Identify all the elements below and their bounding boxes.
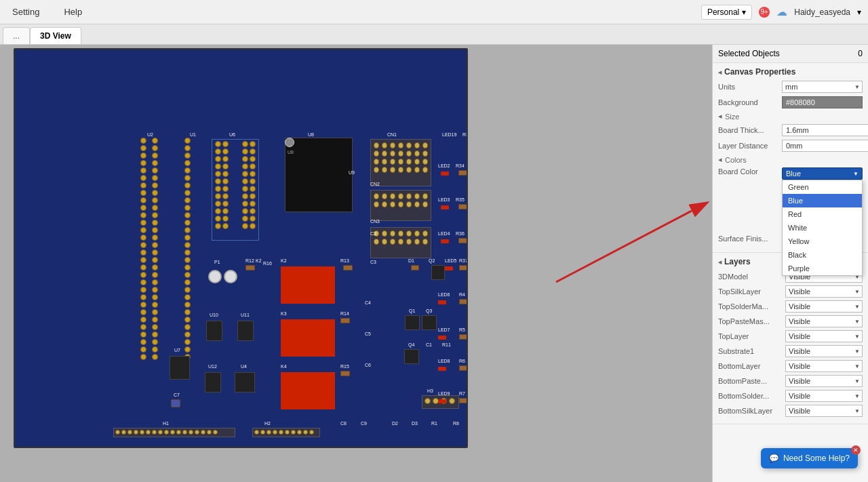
color-option-black[interactable]: Black xyxy=(783,248,862,262)
canvas-properties-title: Canvas Properties xyxy=(724,67,795,77)
colors-section-header: ◂ Colors xyxy=(718,155,863,164)
collapse-icon[interactable]: ◂ xyxy=(718,68,722,76)
board-color-chevron: ▼ xyxy=(853,171,859,177)
layer-bottompaste-row: BottomPaste... VisibleHidden xyxy=(718,375,863,387)
layers-section: ◂ Layers 3DModel VisibleHidden TopSilkLa… xyxy=(713,253,868,424)
layer-topsilk-select-wrapper[interactable]: VisibleHidden xyxy=(785,285,863,298)
topbar: Setting Help Personal ▾ 9+ ☁ Haidy_easye… xyxy=(0,0,868,24)
notification-badge[interactable]: 9+ xyxy=(759,7,770,18)
layer-toplayer-select[interactable]: VisibleHidden xyxy=(785,330,863,342)
background-label: Background xyxy=(718,98,779,106)
menu-help[interactable]: Help xyxy=(58,4,87,20)
board-color-selected[interactable]: Blue ▼ xyxy=(782,167,863,180)
pcb-board: U2 U1 U6 U8 CN1 LED19 R33 xyxy=(14,48,468,448)
help-close-button[interactable]: ✕ xyxy=(851,445,861,455)
personal-button[interactable]: Personal ▾ xyxy=(701,5,752,20)
layer-topastemask-label: TopPasteMas... xyxy=(718,317,783,325)
layer-toplayer-row: TopLayer VisibleHidden xyxy=(718,330,863,342)
layer-bottomlayer-select-wrapper[interactable]: VisibleHidden xyxy=(785,360,863,372)
layers-title: Layers xyxy=(724,257,751,266)
background-value[interactable]: #808080 xyxy=(782,96,863,108)
layer-bottomsolder-select[interactable]: VisibleHidden xyxy=(785,390,863,402)
color-option-yellow[interactable]: Yellow xyxy=(783,235,862,248)
layer-topsoldermask-label: TopSolderMa... xyxy=(718,302,783,310)
layer-bottomsilk-row: BottomSilkLayer VisibleHidden xyxy=(718,405,863,417)
selected-objects-count: 0 xyxy=(858,49,863,58)
board-thickness-row: Board Thick... xyxy=(718,124,863,136)
layer-substrate1-label: Substrate1 xyxy=(718,347,783,355)
layer-bottompaste-select-wrapper[interactable]: VisibleHidden xyxy=(785,375,863,387)
board-color-selected-text: Blue xyxy=(786,169,801,178)
color-option-green[interactable]: Green xyxy=(783,180,862,194)
canvas-area[interactable]: U2 U1 U6 U8 CN1 LED19 R33 xyxy=(0,45,712,482)
color-option-purple[interactable]: Purple xyxy=(783,262,862,275)
colors-collapse-icon[interactable]: ◂ xyxy=(718,155,722,164)
tab-editor[interactable]: ... xyxy=(3,27,30,44)
layer-bottomlayer-label: BottomLayer xyxy=(718,362,783,370)
units-label: Units xyxy=(718,83,779,91)
units-select[interactable]: mm xyxy=(782,81,863,93)
selected-objects-bar: Selected Objects 0 xyxy=(713,45,868,63)
layer-bottomsolder-label: BottomSolder... xyxy=(718,392,783,400)
svg-line-1 xyxy=(556,211,692,282)
units-row: Units mm xyxy=(718,81,863,93)
layer-toplayer-label: TopLayer xyxy=(718,332,783,340)
size-section-header: ◂ Size xyxy=(718,112,863,121)
layer-bottomlayer-row: BottomLayer VisibleHidden xyxy=(718,360,863,372)
help-label: Need Some Help? xyxy=(783,454,850,463)
chevron-down-icon: ▾ xyxy=(742,7,746,17)
background-row: Background #808080 xyxy=(718,96,863,108)
layer-bottomsilk-select-wrapper[interactable]: VisibleHidden xyxy=(785,405,863,417)
size-collapse-icon[interactable]: ◂ xyxy=(718,112,722,121)
help-icon: 💬 xyxy=(769,454,779,463)
color-option-white[interactable]: White xyxy=(783,221,862,235)
layer-bottomlayer-select[interactable]: VisibleHidden xyxy=(785,360,863,372)
board-thickness-label: Board Thick... xyxy=(718,126,779,134)
layer-topastemask-row: TopPasteMas... VisibleHidden xyxy=(718,315,863,327)
layer-substrate1-row: Substrate1 VisibleHidden xyxy=(718,345,863,357)
menu-setting[interactable]: Setting xyxy=(7,4,45,20)
layer-distance-label: Layer Distance xyxy=(718,142,779,150)
board-color-dropdown-list: Green Blue Red White Yellow Black Purple xyxy=(782,180,863,276)
selected-objects-label: Selected Objects xyxy=(718,49,780,58)
layers-collapse-icon[interactable]: ◂ xyxy=(718,258,722,266)
board-color-label: Board Color xyxy=(718,167,779,176)
main-layout: U2 U1 U6 U8 CN1 LED19 R33 xyxy=(0,45,868,482)
layer-substrate1-select-wrapper[interactable]: VisibleHidden xyxy=(785,345,863,357)
units-select-wrapper[interactable]: mm xyxy=(782,81,863,93)
cloud-icon[interactable]: ☁ xyxy=(776,5,787,18)
layer-bottomsolder-select-wrapper[interactable]: VisibleHidden xyxy=(785,390,863,402)
color-option-red[interactable]: Red xyxy=(783,207,862,221)
help-button[interactable]: ✕ 💬 Need Some Help? xyxy=(761,448,858,468)
layer-distance-row: Layer Distance xyxy=(718,140,863,152)
layer-topsilk-label: TopSilkLayer xyxy=(718,287,783,296)
layer-bottomsilk-select[interactable]: VisibleHidden xyxy=(785,405,863,417)
layer-bottompaste-select[interactable]: VisibleHidden xyxy=(785,375,863,387)
layer-topsoldermask-select-wrapper[interactable]: VisibleHidden xyxy=(785,300,863,313)
layer-bottomsilk-label: BottomSilkLayer xyxy=(718,407,783,415)
right-panel: Selected Objects 0 ◂ Canvas Properties U… xyxy=(712,45,868,482)
layer-substrate1-select[interactable]: VisibleHidden xyxy=(785,345,863,357)
layer-3dmodel-label: 3DModel xyxy=(718,273,783,281)
user-chevron-icon[interactable]: ▾ xyxy=(857,7,861,17)
layer-topsilk-row: TopSilkLayer VisibleHidden xyxy=(718,285,863,298)
layer-topsoldermask-row: TopSolderMa... VisibleHidden xyxy=(718,300,863,313)
user-label: Haidy_easyeda xyxy=(794,7,850,17)
canvas-properties-section: ◂ Canvas Properties Units mm Background … xyxy=(713,63,868,253)
layer-topsoldermask-select[interactable]: VisibleHidden xyxy=(785,300,863,313)
layer-distance-input[interactable] xyxy=(782,140,868,152)
board-thickness-input[interactable] xyxy=(782,124,868,136)
board-color-dropdown-container[interactable]: Blue ▼ Green Blue Red White Yellow Black… xyxy=(782,167,863,180)
layer-topsilk-select[interactable]: VisibleHidden xyxy=(785,285,863,298)
tab-3dview[interactable]: 3D View xyxy=(30,27,81,44)
layer-toplayer-select-wrapper[interactable]: VisibleHidden xyxy=(785,330,863,342)
board-color-row: Board Color Blue ▼ Green Blue Red White … xyxy=(718,167,863,180)
layer-bottomsolder-row: BottomSolder... VisibleHidden xyxy=(718,390,863,402)
canvas-properties-header: ◂ Canvas Properties xyxy=(718,67,863,77)
layer-topastemask-select[interactable]: VisibleHidden xyxy=(785,315,863,327)
layer-topastemask-select-wrapper[interactable]: VisibleHidden xyxy=(785,315,863,327)
surface-finish-label: Surface Finis... xyxy=(718,235,779,243)
tabbar: ... 3D View xyxy=(0,24,868,45)
layer-bottompaste-label: BottomPaste... xyxy=(718,377,783,385)
color-option-blue[interactable]: Blue xyxy=(783,194,862,207)
